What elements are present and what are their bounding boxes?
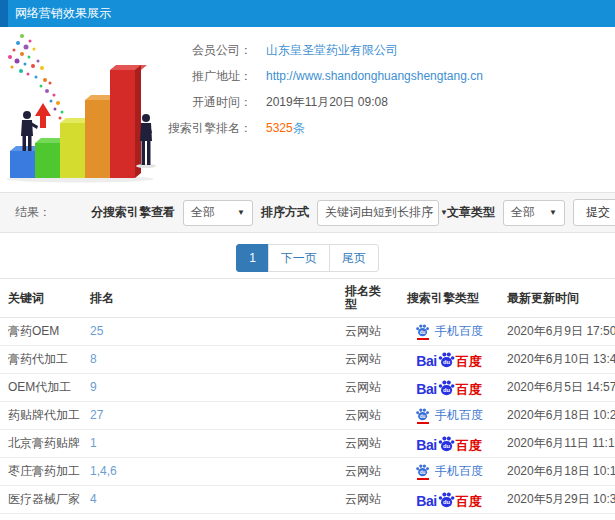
- rank-type-cell: 云网站: [337, 346, 399, 374]
- table-row: 菏泽膏药厂家17云网站du手机百度2020年6月11日 11:40: [0, 514, 615, 520]
- mobile-baidu-icon: du: [415, 407, 430, 424]
- info-row-search-engine-rank-count: 搜索引擎排名：5325条: [140, 115, 483, 141]
- updated-time-cell: 2020年6月18日 10:19: [499, 458, 615, 486]
- rank-type-cell: 云网站: [337, 402, 399, 430]
- baidu-paw-icon: du: [437, 435, 456, 452]
- baidu-logo: Baidu百度: [416, 435, 481, 452]
- info-section: 会员公司：山东皇圣堂药业有限公司推广地址：http://www.shandong…: [0, 27, 615, 189]
- column-header: 排名类型: [337, 279, 399, 318]
- rank-cell[interactable]: 27: [82, 402, 337, 430]
- page-current[interactable]: 1: [236, 244, 269, 272]
- keyword-cell: 膏药代加工: [0, 346, 82, 374]
- rank-cell[interactable]: 9: [82, 374, 337, 402]
- table-row: 枣庄膏药加工1,4,6云网站du手机百度2020年6月18日 10:19: [0, 458, 615, 486]
- search-engine-cell: Baidu百度: [399, 486, 499, 514]
- page-title: 网络营销效果展示: [15, 5, 111, 22]
- svg-text:du: du: [443, 387, 451, 393]
- rank-cell[interactable]: 1: [82, 430, 337, 458]
- baidu-paw-icon: du: [415, 463, 430, 477]
- keyword-cell: 医疗器械厂家: [0, 486, 82, 514]
- column-header: 搜索引擎类型: [399, 279, 499, 318]
- rank-value[interactable]: 27: [90, 408, 103, 422]
- rank-type-cell: 云网站: [337, 486, 399, 514]
- baidu-logo-cn: 百度: [456, 495, 482, 508]
- table-row: 药贴牌代加工27云网站du手机百度2020年6月18日 10:25: [0, 402, 615, 430]
- caret-down-icon: ▼: [433, 208, 448, 217]
- rank-cell[interactable]: 25: [82, 318, 337, 346]
- mobile-baidu-logo: du手机百度: [415, 323, 483, 340]
- svg-text:du: du: [420, 414, 426, 419]
- table-row: 膏药OEM25云网站du手机百度2020年6月9日 17:50: [0, 318, 615, 346]
- confetti-dots: [8, 34, 64, 120]
- rank-cell[interactable]: 4: [82, 486, 337, 514]
- promotion-url-value[interactable]: http://www.shandonghuangshengtang.cn: [266, 69, 483, 83]
- company-info: 会员公司：山东皇圣堂药业有限公司推广地址：http://www.shandong…: [140, 37, 483, 141]
- rank-value[interactable]: 25: [90, 324, 103, 338]
- svg-text:du: du: [443, 499, 451, 505]
- mobile-baidu-icon: du: [415, 323, 430, 340]
- search-engine-cell: du手机百度: [399, 514, 499, 520]
- table-row: OEM代加工9云网站Baidu百度2020年6月5日 14:57: [0, 374, 615, 402]
- sort-select-value: 关键词由短到长排序: [325, 204, 433, 221]
- rank-value[interactable]: 1,4,6: [90, 464, 117, 478]
- open-time-label: 开通时间：: [140, 94, 252, 111]
- updated-time-cell: 2020年6月9日 17:50: [499, 318, 615, 346]
- page-next[interactable]: 下一页: [268, 244, 330, 272]
- updated-time-cell: 2020年6月10日 13:40: [499, 346, 615, 374]
- page-header: 网络营销效果展示: [0, 0, 615, 27]
- mobile-baidu-icon: du: [415, 463, 430, 480]
- search-engine-cell: du手机百度: [399, 318, 499, 346]
- rank-type-cell: 云网站: [337, 374, 399, 402]
- caret-down-icon: ▼: [230, 208, 245, 217]
- baidu-logo-bai: Bai: [416, 495, 436, 508]
- engine-select-value: 全部: [191, 204, 215, 221]
- page-last[interactable]: 尾页: [329, 244, 379, 272]
- baidu-logo-bai: Bai: [416, 355, 436, 368]
- keyword-cell: 药贴牌代加工: [0, 402, 82, 430]
- app-window: 网络营销效果展示: [0, 0, 615, 520]
- table-row: 膏药代加工8云网站Baidu百度2020年6月10日 13:40: [0, 346, 615, 374]
- red-underline: [417, 338, 429, 340]
- mobile-baidu-logo: du手机百度: [415, 407, 483, 424]
- baidu-paw-icon: du: [437, 351, 456, 368]
- column-header: 关键词: [0, 279, 82, 318]
- baidu-logo-bai: Bai: [416, 439, 436, 452]
- svg-text:du: du: [420, 470, 426, 475]
- sort-select[interactable]: 关键词由短到长排序 ▼: [317, 200, 439, 226]
- rank-type-cell: 云网站: [337, 318, 399, 346]
- promotion-url-label: 推广地址：: [140, 68, 252, 85]
- filter-bar: 结果： 分搜索引擎查看 全部 ▼ 排序方式 关键词由短到长排序 ▼ 文章类型 全…: [0, 192, 615, 233]
- rank-value[interactable]: 1: [90, 436, 97, 450]
- rank-cell[interactable]: 8: [82, 346, 337, 374]
- rankings-table: 关键词排名排名类型搜索引擎类型最新更新时间 膏药OEM25云网站du手机百度20…: [0, 278, 615, 520]
- rank-value[interactable]: 4: [90, 492, 97, 506]
- engine-select[interactable]: 全部 ▼: [183, 200, 253, 226]
- svg-text:du: du: [420, 330, 426, 335]
- submit-button[interactable]: 提交: [573, 199, 615, 226]
- column-header: 最新更新时间: [499, 279, 615, 318]
- member-company-value[interactable]: 山东皇圣堂药业有限公司: [266, 42, 398, 59]
- arrow-up-icon: [35, 103, 51, 128]
- table-row: 北京膏药贴牌1云网站Baidu百度2020年6月11日 11:18: [0, 430, 615, 458]
- keyword-cell: 膏药OEM: [0, 318, 82, 346]
- rank-value[interactable]: 9: [90, 380, 97, 394]
- table-row: 医疗器械厂家4云网站Baidu百度2020年5月29日 10:32: [0, 486, 615, 514]
- rank-value[interactable]: 8: [90, 352, 97, 366]
- red-underline: [417, 478, 429, 480]
- result-label: 结果：: [15, 204, 51, 221]
- info-row-open-time: 开通时间：2019年11月20日 09:08: [140, 89, 483, 115]
- search-engine-rank-count-number: 5325: [266, 121, 293, 135]
- rank-cell[interactable]: 1,4,6: [82, 458, 337, 486]
- baidu-paw-icon: du: [415, 407, 430, 421]
- caret-down-icon: ▼: [542, 208, 557, 217]
- mobile-baidu-label: 手机百度: [435, 465, 483, 478]
- rank-cell[interactable]: 17: [82, 514, 337, 520]
- filter-controls: 分搜索引擎查看 全部 ▼ 排序方式 关键词由短到长排序 ▼ 文章类型 全部 ▼ …: [91, 199, 615, 226]
- updated-time-cell: 2020年5月29日 10:32: [499, 486, 615, 514]
- red-underline: [417, 422, 429, 424]
- article-type-select[interactable]: 全部 ▼: [503, 200, 565, 226]
- search-engine-cell: Baidu百度: [399, 430, 499, 458]
- baidu-logo: Baidu百度: [416, 351, 481, 368]
- updated-time-cell: 2020年6月11日 11:40: [499, 514, 615, 520]
- baidu-logo-bai: Bai: [416, 383, 436, 396]
